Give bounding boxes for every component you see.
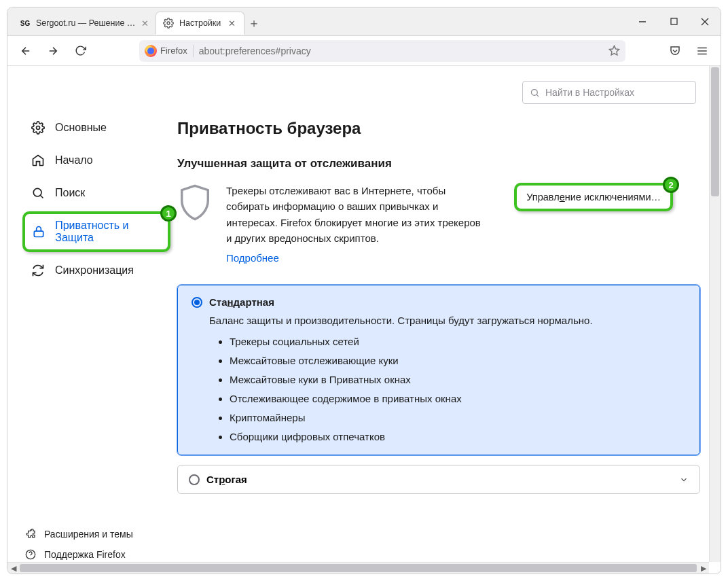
tab-label: Настройки [179,18,221,28]
svg-point-0 [167,22,170,24]
settings-sidebar: Основные Начало Поиск 1 Приватность и За… [7,66,170,574]
settings-search-input[interactable]: Найти в Настройках [522,81,696,104]
identity-label: Firefox [160,46,187,56]
app-menu-button[interactable] [692,41,712,61]
reload-button[interactable] [70,41,90,61]
tab-strip: SG Sergoot.ru — Решение ваших ✕ Настройк… [7,7,627,35]
callout-badge-2: 2 [663,177,679,193]
learn-more-link[interactable]: Подробнее [226,250,279,266]
vertical-scrollbar[interactable] [709,66,721,562]
sidebar-item-label: Приватность и Защита [55,219,161,244]
sidebar-extensions[interactable]: Расширения и темы [25,529,170,540]
new-tab-button[interactable]: ＋ [244,10,263,35]
svg-rect-2 [671,18,677,24]
lock-icon [32,224,46,239]
list-item: Отслеживающее содержимое в приватных окн… [230,393,686,404]
option-subtitle: Баланс защиты и производительности. Стра… [209,315,686,326]
url-text: about:preferences#privacy [199,46,603,56]
radio-strict[interactable] [189,474,200,485]
scroll-right-arrow[interactable]: ▶ [697,563,709,574]
scrollbar-thumb[interactable] [711,67,719,196]
svg-marker-5 [609,46,619,54]
page-title: Приватность браузера [177,119,700,138]
list-item: Сборщики цифровых отпечатков [230,431,686,442]
pocket-icon[interactable] [665,41,685,61]
firefox-identity: Firefox [145,45,187,57]
option-title-strict: Строгая [206,474,247,485]
nav-toolbar: Firefox about:preferences#privacy [7,36,721,66]
tab-close-icon[interactable]: ✕ [141,18,149,29]
search-placeholder: Найти в Настройках [545,87,634,98]
sidebar-bottom-label: Расширения и темы [44,529,133,540]
chevron-down-icon[interactable] [679,475,689,485]
scrollbar-thumb[interactable] [20,564,697,572]
window-maximize-button[interactable] [658,7,689,36]
sidebar-item-search[interactable]: Поиск [22,179,170,207]
list-item: Межсайтовые отслеживающие куки [230,355,686,366]
window-close-button[interactable] [689,7,721,36]
back-button[interactable] [16,41,36,61]
sidebar-support[interactable]: Поддержка Firefox [25,549,170,560]
option-title-standard: Стандартная [209,296,274,308]
tab-sergoot[interactable]: SG Sergoot.ru — Решение ваших ✕ [13,12,156,35]
svg-point-15 [532,89,538,95]
home-icon [31,153,46,168]
svg-rect-12 [34,231,43,236]
shield-icon [177,183,213,224]
favicon-sergoot: SG [20,18,31,29]
url-bar[interactable]: Firefox about:preferences#privacy [139,40,625,62]
bookmark-star-icon[interactable] [608,45,620,56]
tab-label: Sergoot.ru — Решение ваших [36,18,136,28]
svg-line-16 [536,94,539,96]
list-item: Трекеры социальных сетей [230,336,686,347]
gear-icon [163,18,174,29]
sync-icon [31,263,46,278]
firefox-logo-icon [145,45,157,57]
protection-option-standard[interactable]: Стандартная Баланс защиты и производител… [177,285,700,455]
window-minimize-button[interactable] [627,7,658,36]
sidebar-item-privacy[interactable]: 1 Приватность и Защита [22,211,170,252]
svg-line-11 [41,196,43,198]
sidebar-item-general[interactable]: Основные [22,113,170,142]
tab-settings[interactable]: Настройки ✕ [156,12,244,35]
sidebar-item-label: Поиск [55,187,85,199]
scroll-left-arrow[interactable]: ◀ [7,563,19,574]
settings-main: Найти в Настройках Приватность браузера … [170,66,721,574]
protection-option-strict[interactable]: Строгая [177,465,700,494]
window-controls [627,7,721,36]
sidebar-item-label: Синхронизация [55,264,134,277]
forward-button[interactable] [43,41,63,61]
svg-point-10 [33,188,41,196]
search-icon [530,88,540,98]
sidebar-item-label: Начало [55,154,93,166]
window-titlebar: SG Sergoot.ru — Решение ваших ✕ Настройк… [7,7,721,36]
content-area: Основные Начало Поиск 1 Приватность и За… [7,66,721,574]
search-icon [31,186,46,200]
list-item: Межсайтовые куки в Приватных окнах [230,374,686,385]
gear-icon [31,120,46,135]
tracking-description: Трекеры отслеживают вас в Интернете, что… [226,183,484,266]
puzzle-icon [25,529,36,540]
sidebar-item-home[interactable]: Начало [22,146,170,175]
tracking-heading: Улучшенная защита от отслеживания [177,157,700,171]
sidebar-item-label: Основные [55,122,107,134]
sidebar-bottom-label: Поддержка Firefox [44,549,126,560]
list-item: Криптомайнеры [230,412,686,423]
horizontal-scrollbar[interactable]: ◀ ▶ [7,562,709,574]
help-icon [25,549,36,560]
radio-standard[interactable] [192,297,202,308]
svg-point-9 [37,126,40,130]
option-feature-list: Трекеры социальных сетей Межсайтовые отс… [230,336,686,442]
tab-close-icon[interactable]: ✕ [226,18,237,29]
sidebar-item-sync[interactable]: Синхронизация [22,256,170,285]
manage-exceptions-button[interactable]: 2 Управление исключениями… [514,183,673,211]
